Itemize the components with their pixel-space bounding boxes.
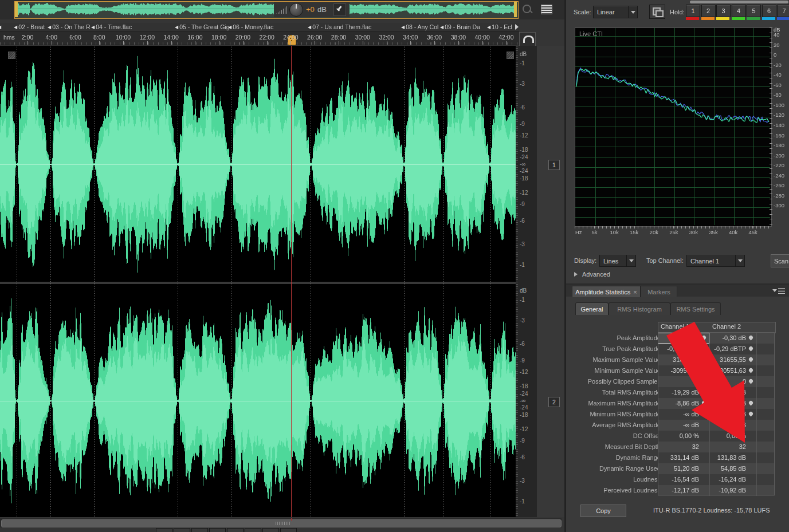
stats-value-c1[interactable]: 331,14 dB bbox=[658, 454, 699, 461]
scan-button[interactable]: Scan bbox=[771, 254, 789, 267]
marker-flag-icon: ◀ bbox=[401, 25, 405, 30]
markers-overflow-icon[interactable] bbox=[515, 24, 519, 30]
stats-value-c2[interactable]: -0,30 dB bbox=[709, 334, 746, 341]
stats-tab-rms-histogram[interactable]: RMS Histogram bbox=[609, 302, 670, 315]
stats-value-c2[interactable]: -0,29 dBTP bbox=[709, 345, 746, 352]
stats-row-label: Dynamic Range: bbox=[555, 454, 662, 461]
timeline-tick-label: 20:00 bbox=[233, 34, 253, 41]
monitor-button[interactable] bbox=[519, 32, 536, 48]
stats-value-c2[interactable]: -19,43 dB bbox=[709, 389, 746, 396]
hold-color-strip bbox=[747, 17, 760, 20]
stats-value-c1[interactable]: -30958,63 bbox=[658, 367, 699, 374]
stats-value-c1[interactable]: 32 bbox=[658, 443, 699, 450]
gain-value[interactable]: +0 bbox=[306, 5, 315, 14]
stats-table: Channel 1Channel 2Peak Amplitude:-0,31 d… bbox=[566, 315, 789, 504]
gain-knob[interactable] bbox=[289, 3, 303, 17]
hold-color-strip bbox=[762, 17, 775, 20]
stats-value-c1[interactable]: 0 bbox=[658, 378, 699, 385]
stats-tab-general[interactable]: General bbox=[575, 302, 609, 315]
hold-button-6[interactable]: 6 bbox=[762, 5, 776, 17]
transport-button[interactable] bbox=[227, 528, 244, 532]
list-view-icon[interactable] bbox=[541, 5, 552, 14]
display-dropdown[interactable]: Lines bbox=[599, 255, 636, 267]
stats-value-c1[interactable]: -19,29 dB bbox=[658, 389, 699, 396]
ruler-tick-label: -12 bbox=[520, 369, 528, 375]
stats-value-c2[interactable]: -8,97 dB bbox=[709, 400, 746, 407]
pin-hud-button[interactable] bbox=[333, 3, 346, 16]
top-channel-dropdown[interactable]: Channel 1 bbox=[686, 255, 745, 267]
stats-value-c1[interactable]: 0,00 % bbox=[658, 432, 699, 439]
stats-value-c1[interactable]: 51,20 dB bbox=[658, 465, 699, 472]
stats-value-c2[interactable]: -10,92 dB bbox=[709, 487, 746, 494]
stats-value-c2[interactable]: 0,00 % bbox=[709, 432, 746, 439]
overview-right-handle[interactable] bbox=[514, 2, 517, 17]
transport-button[interactable] bbox=[209, 528, 226, 532]
stats-value-c2[interactable]: -∞ dB bbox=[709, 411, 746, 417]
transport-button[interactable] bbox=[156, 528, 172, 532]
hold-button-3[interactable]: 3 bbox=[716, 5, 731, 17]
stats-value-c2[interactable]: -∞ dB bbox=[709, 421, 746, 428]
transport-button[interactable] bbox=[174, 528, 190, 532]
stats-tab-rms-settings[interactable]: RMS Settings bbox=[670, 302, 721, 315]
ruler-tick-label: -12 bbox=[520, 132, 528, 139]
hold-button-7[interactable]: 7 bbox=[777, 5, 789, 17]
stats-value-c1[interactable]: -12,17 dB bbox=[658, 487, 699, 494]
zoom-tool-icon[interactable] bbox=[521, 3, 534, 16]
corner-grip-right-icon[interactable] bbox=[507, 52, 514, 59]
stats-value-c2[interactable]: 32 bbox=[709, 443, 746, 450]
overview-waveform[interactable] bbox=[15, 2, 517, 17]
timeline-tick-label: 10:00 bbox=[113, 34, 133, 41]
ruler-tick-label: -24 bbox=[520, 154, 528, 160]
stats-value-c1[interactable]: -16,54 dB bbox=[658, 476, 699, 483]
transport-button[interactable] bbox=[280, 528, 297, 532]
stats-value-c2[interactable]: -30551,63 bbox=[709, 367, 746, 374]
transport-button[interactable] bbox=[191, 528, 208, 532]
overview-strip[interactable] bbox=[14, 1, 519, 19]
scrollbar-thumb[interactable] bbox=[1, 519, 562, 527]
track-marker[interactable]: ◀06 - Money.flac bbox=[228, 23, 273, 31]
marker-label: 07 - Us and Them.flac bbox=[312, 23, 371, 30]
horizontal-scrollbar[interactable] bbox=[0, 518, 562, 527]
transport-button[interactable] bbox=[245, 528, 261, 532]
ruler-tick-label: -18 bbox=[520, 383, 528, 389]
stats-value-c1[interactable]: -∞ dB bbox=[658, 421, 699, 428]
corner-grip-left-icon[interactable] bbox=[8, 52, 15, 59]
stats-value-c2[interactable]: 54,85 dB bbox=[709, 465, 746, 472]
track-marker[interactable]: ◀07 - Us and Them.flac bbox=[308, 23, 371, 31]
track-marker[interactable]: ◀09 - Brain Da bbox=[440, 23, 480, 31]
track-marker[interactable]: ◀04 - Time.flac bbox=[91, 23, 132, 31]
timeline-ruler[interactable]: hms 2:004:006:008:0010:0012:0014:0016:00… bbox=[0, 31, 519, 45]
hold-button-2[interactable]: 2 bbox=[701, 5, 716, 17]
copy-button[interactable]: Copy bbox=[580, 505, 626, 517]
overview-left-handle[interactable] bbox=[15, 2, 18, 17]
track-marker[interactable]: ◀08 - Any Col bbox=[401, 23, 438, 31]
track-marker[interactable]: ◀ bbox=[0, 23, 2, 31]
y-axis-tick-label: -60 bbox=[774, 82, 782, 88]
stats-value-c2[interactable]: 0 bbox=[709, 378, 746, 385]
ruler-tick-label: -1 bbox=[520, 262, 525, 268]
transport-button[interactable] bbox=[262, 528, 279, 532]
panel-menu-icon[interactable] bbox=[777, 288, 786, 294]
marker-flag-icon: ◀ bbox=[48, 25, 51, 30]
stats-value-c1[interactable]: -∞ dB bbox=[658, 411, 699, 417]
stats-value-c1[interactable]: 31655,55 bbox=[658, 356, 699, 363]
hold-button-5[interactable]: 5 bbox=[747, 5, 761, 17]
track-marker[interactable]: ◀03 - On The R bbox=[48, 23, 91, 31]
hold-button-4[interactable]: 4 bbox=[732, 5, 746, 17]
hold-button-1[interactable]: 1 bbox=[686, 5, 700, 17]
tab-amplitude-statistics[interactable]: Amplitude Statistics × bbox=[572, 286, 641, 297]
waveform-display[interactable] bbox=[0, 46, 516, 517]
stats-value-c2[interactable]: 131,83 dB bbox=[709, 454, 746, 461]
track-marker[interactable]: ◀10 - Ecl bbox=[487, 23, 512, 31]
advanced-toggle[interactable]: Advanced bbox=[574, 270, 643, 279]
stats-value-c2[interactable]: -16,24 dB bbox=[709, 476, 746, 483]
markers-row[interactable]: ◀◀02 - Breat◀03 - On The R◀04 - Time.fla… bbox=[0, 23, 519, 31]
stats-value-c2[interactable]: 31655,55 bbox=[709, 356, 746, 363]
track-marker[interactable]: ◀02 - Breat bbox=[14, 23, 45, 31]
track-marker[interactable]: ◀05 - The Great Gig bbox=[175, 23, 230, 31]
stats-value-c1[interactable]: -0,30 dBTP bbox=[658, 345, 699, 352]
tab-markers[interactable]: Markers bbox=[641, 286, 677, 297]
close-icon[interactable]: × bbox=[633, 289, 637, 295]
stats-value-c1[interactable]: -8,86 dB bbox=[658, 400, 699, 407]
spectrum-plot[interactable]: Live CTI bbox=[575, 27, 772, 227]
